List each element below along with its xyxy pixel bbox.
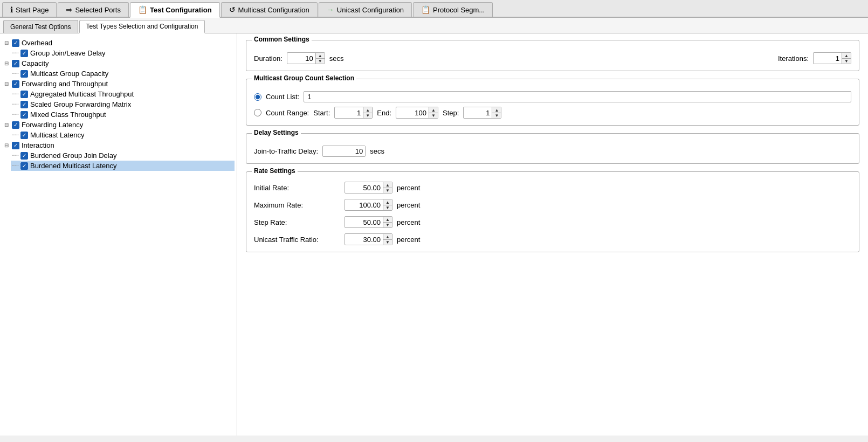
- tree-item-interaction[interactable]: ⊟ ✓ Interaction: [2, 140, 235, 150]
- tree-item-overhead[interactable]: ⊟ ✓ Overhead: [2, 38, 235, 48]
- start-spin-buttons: ▲ ▼: [363, 107, 372, 118]
- duration-spin-down[interactable]: ▼: [316, 58, 325, 64]
- connector-mgc: ┄┄: [12, 70, 18, 77]
- tree-item-mixed-class[interactable]: ┄┄ ✓ Mixed Class Throughput: [11, 109, 235, 120]
- count-list-input[interactable]: [304, 91, 851, 102]
- checkbox-interaction[interactable]: ✓: [12, 142, 19, 149]
- tree-item-capacity[interactable]: ⊟ ✓ Capacity: [2, 58, 235, 68]
- step-rate-input[interactable]: [345, 217, 383, 227]
- subtab-test-types-selection[interactable]: Test Types Selection and Configuration: [79, 20, 205, 33]
- start-spin-down[interactable]: ▼: [363, 113, 372, 118]
- start-spinbox[interactable]: ▲ ▼: [334, 107, 373, 119]
- step-rate-spin-up[interactable]: ▲: [383, 217, 392, 222]
- unicast-ratio-input[interactable]: [345, 234, 383, 245]
- initial-rate-input[interactable]: [345, 183, 383, 193]
- step-rate-spin-down[interactable]: ▼: [383, 222, 392, 227]
- end-spin-up[interactable]: ▲: [429, 107, 438, 113]
- unicast-icon: →: [327, 5, 334, 14]
- tab-start-page[interactable]: ℹ Start Page: [2, 2, 57, 17]
- unicast-ratio-label: Unicast Traffic Ratio:: [254, 236, 340, 244]
- initial-rate-spin-buttons: ▲ ▼: [383, 182, 392, 193]
- toggle-forwarding[interactable]: ⊟: [3, 81, 10, 87]
- checkbox-burdened-multicast-latency[interactable]: ✓: [20, 162, 28, 170]
- tree-item-scaled-group[interactable]: ┄┄ ✓ Scaled Group Forwarding Matrix: [11, 99, 235, 109]
- maximum-rate-spin-up[interactable]: ▲: [383, 199, 392, 205]
- tab-multicast-configuration[interactable]: ↺ Multicast Configuration: [221, 2, 318, 17]
- connector-group-join: ┄┄: [12, 50, 18, 57]
- unicast-ratio-spin-down[interactable]: ▼: [383, 239, 392, 245]
- count-range-radio[interactable]: [254, 109, 261, 116]
- toggle-latency[interactable]: ⊟: [3, 122, 10, 128]
- label-multicast-group-capacity: Multicast Group Capacity: [30, 70, 108, 78]
- initial-rate-unit: percent: [397, 184, 420, 192]
- step-spinbox[interactable]: ▲ ▼: [463, 107, 501, 119]
- duration-input[interactable]: [287, 53, 315, 64]
- checkbox-scaled-group[interactable]: ✓: [20, 101, 28, 108]
- subtab-bar: General Test Options Test Types Selectio…: [0, 18, 868, 33]
- step-rate-spinbox[interactable]: ▲ ▼: [345, 216, 392, 228]
- tree-item-forwarding-throughput[interactable]: ⊟ ✓ Forwarding and Throughput: [2, 79, 235, 89]
- tree-item-aggregated-multicast[interactable]: ┄┄ ✓ Aggregated Multicast Throughput: [11, 89, 235, 99]
- duration-spinbox[interactable]: ▲ ▼: [287, 52, 325, 64]
- checkbox-burdened-group-join[interactable]: ✓: [20, 152, 28, 160]
- start-input[interactable]: [335, 108, 363, 118]
- label-mixed-class: Mixed Class Throughput: [30, 110, 106, 119]
- maximum-rate-label: Maximum Rate:: [254, 201, 340, 209]
- iterations-spin-up[interactable]: ▲: [842, 53, 851, 58]
- count-list-radio[interactable]: [254, 93, 261, 101]
- maximum-rate-spin-buttons: ▲ ▼: [383, 199, 392, 210]
- initial-rate-spin-up[interactable]: ▲: [383, 182, 392, 188]
- common-settings-legend: Common Settings: [252, 36, 312, 43]
- step-input[interactable]: [464, 108, 492, 118]
- tab-test-configuration[interactable]: 📋 Test Configuration: [130, 2, 220, 18]
- join-traffic-input[interactable]: [333, 146, 365, 156]
- end-spin-down[interactable]: ▼: [429, 113, 438, 118]
- checkbox-forwarding-latency[interactable]: ✓: [12, 121, 19, 129]
- checkbox-capacity[interactable]: ✓: [12, 60, 19, 67]
- checkbox-group-join[interactable]: ✓: [20, 50, 28, 57]
- tree-item-multicast-latency[interactable]: ┄┄ ✓ Multicast Latency: [11, 130, 235, 140]
- toggle-capacity[interactable]: ⊟: [3, 60, 10, 66]
- initial-rate-spinbox[interactable]: ▲ ▼: [345, 182, 392, 194]
- initial-rate-spin-down[interactable]: ▼: [383, 188, 392, 193]
- checkbox-mixed-class[interactable]: ✓: [20, 111, 28, 119]
- ports-icon: ⇒: [66, 5, 72, 14]
- multicast-icon: ↺: [229, 5, 236, 14]
- end-spinbox[interactable]: ▲ ▼: [396, 107, 438, 119]
- maximum-rate-spin-down[interactable]: ▼: [383, 205, 392, 210]
- toggle-overhead[interactable]: ⊟: [3, 40, 10, 46]
- tree-item-multicast-group-capacity[interactable]: ┄┄ ✓ Multicast Group Capacity: [11, 68, 235, 79]
- tab-selected-ports[interactable]: ⇒ Selected Ports: [58, 2, 129, 17]
- subtab-general-test-options[interactable]: General Test Options: [3, 20, 78, 33]
- iterations-spinbox[interactable]: ▲ ▼: [813, 52, 851, 64]
- unicast-ratio-spin-up[interactable]: ▲: [383, 234, 392, 239]
- iterations-input[interactable]: [814, 53, 842, 64]
- unicast-ratio-spinbox[interactable]: ▲ ▼: [345, 233, 392, 245]
- label-group-join: Group Join/Leave Delay: [30, 49, 105, 57]
- join-traffic-spinbox[interactable]: [322, 146, 366, 157]
- tab-unicast-configuration[interactable]: → Unicast Configuration: [319, 2, 412, 17]
- duration-spin-up[interactable]: ▲: [316, 53, 325, 58]
- step-label: Step:: [443, 109, 459, 117]
- tree-item-group-join[interactable]: ┄┄ ✓ Group Join/Leave Delay: [11, 48, 235, 58]
- tab-protocol-segment[interactable]: 📋 Protocol Segm...: [413, 2, 493, 17]
- checkbox-forwarding-throughput[interactable]: ✓: [12, 80, 19, 88]
- tree-item-burdened-group-join[interactable]: ┄┄ ✓ Burdened Group Join Delay: [11, 150, 235, 161]
- end-input[interactable]: [396, 108, 429, 118]
- rate-settings-legend: Rate Settings: [252, 167, 298, 175]
- step-spin-down[interactable]: ▼: [492, 113, 501, 118]
- checkbox-aggregated-multicast[interactable]: ✓: [20, 91, 28, 98]
- iterations-spin-down[interactable]: ▼: [842, 58, 851, 64]
- step-rate-label: Step Rate:: [254, 218, 340, 226]
- checkbox-multicast-latency[interactable]: ✓: [20, 132, 28, 139]
- step-spin-up[interactable]: ▲: [492, 107, 501, 113]
- maximum-rate-spinbox[interactable]: ▲ ▼: [345, 199, 392, 211]
- checkbox-overhead[interactable]: ✓: [12, 39, 19, 47]
- maximum-rate-input[interactable]: [345, 200, 383, 210]
- start-spin-up[interactable]: ▲: [363, 107, 372, 113]
- tree-item-burdened-multicast-latency[interactable]: ┄┄ ✓ Burdened Multicast Latency: [11, 161, 235, 171]
- step-spin-buttons: ▲ ▼: [492, 107, 501, 118]
- tree-item-forwarding-latency[interactable]: ⊟ ✓ Forwarding Latency: [2, 120, 235, 130]
- toggle-interaction[interactable]: ⊟: [3, 142, 10, 148]
- checkbox-multicast-group-capacity[interactable]: ✓: [20, 70, 28, 78]
